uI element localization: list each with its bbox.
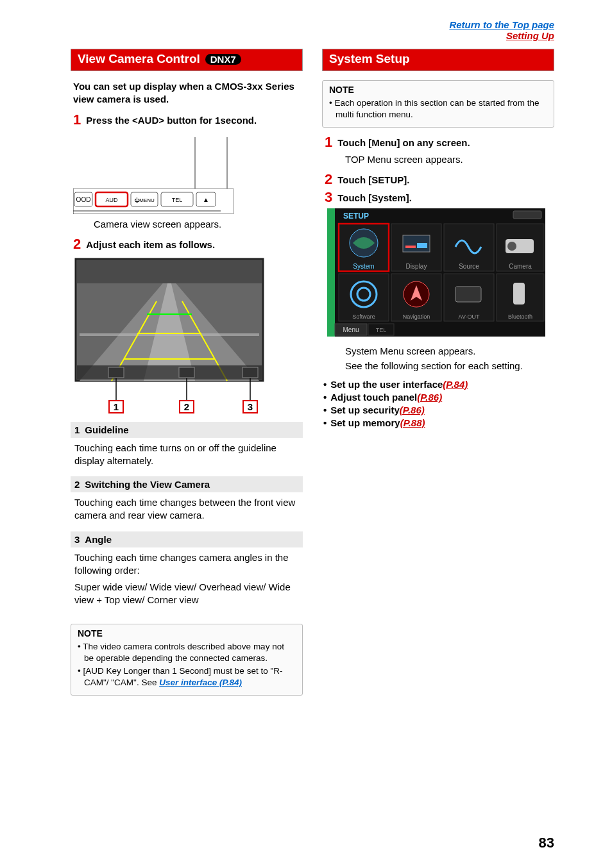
setup-title-label: SETUP [343,212,369,221]
right-column: System Setup NOTE Each operation in this… [322,49,554,703]
item-3-head: 3Angle [71,531,303,547]
link-p86b[interactable]: (P.86) [400,405,425,415]
section-title-text-right: System Setup [329,52,410,66]
svg-text:Bluetooth: Bluetooth [508,313,532,320]
menu-button-label: ⏻MENU [134,197,155,203]
bullet-1: •Set up the user interface (P.84) [322,379,554,390]
note-box-left: NOTE The video camera controls described… [71,624,303,696]
svg-text:System: System [353,263,374,270]
svg-rect-20 [77,365,262,380]
display-tile[interactable]: Display [391,224,441,271]
software-tile[interactable]: Software [339,274,389,321]
svg-rect-61 [513,283,525,305]
camera-view-illustration: 1 2 3 [73,256,303,415]
svg-text:Navigation: Navigation [403,313,430,320]
svg-text:Software: Software [352,313,375,320]
front-panel-illustration: OOD AUD ⏻MENU TEL ▲ [73,137,303,214]
tel-tab-label[interactable]: TEL [376,327,387,333]
svg-text:AV-OUT: AV-OUT [459,313,480,320]
system-tile[interactable]: System [339,224,389,271]
dnx7-badge: DNX7 [205,54,241,65]
menu-tab-label[interactable]: Menu [343,326,359,333]
section-title-system-setup: System Setup [322,49,554,71]
svg-text:3: 3 [248,401,253,412]
svg-text:1: 1 [114,401,119,412]
item-3-body-2: Super wide view/ Wide view/ Overhead vie… [71,580,303,610]
step-1: 1 Press the <AUD> button for 1second. [71,113,303,127]
step-r3: 3 Touch [System]. [322,190,554,204]
svg-text:2: 2 [184,401,189,412]
bullet-2: •Adjust touch panel (P.86) [322,392,554,403]
bluetooth-tile[interactable]: Bluetooth [497,274,544,321]
step-r2-text: Touch [SETUP]. [337,172,409,187]
svg-rect-41 [417,243,427,248]
step-r1-result: TOP Menu screen appears. [345,153,554,166]
step-2-text: Adjust each item as follows. [86,237,215,251]
eject-button-label: ▲ [203,196,209,203]
note-left-1: The video camera controls described abov… [78,641,296,664]
svg-rect-21 [108,367,124,378]
step-1-number: 1 [73,113,81,127]
link-p84[interactable]: (P.84) [443,379,468,390]
svg-text:Source: Source [459,263,479,270]
svg-rect-22 [179,367,194,378]
user-interface-link[interactable]: User interface (P.84) [159,678,242,687]
step-r1-number: 1 [325,135,332,149]
source-tile[interactable]: Source [444,224,494,271]
camera-tile[interactable]: Camera [497,224,544,271]
svg-rect-58 [455,287,481,302]
item-1-body: Touching each time turns on or off the g… [71,440,303,471]
setup-screen-illustration: SETUP System Display [327,208,554,338]
note-title-left: NOTE [78,628,296,638]
item-3-body-1: Touching each time changes camera angles… [71,550,303,580]
navigation-tile[interactable]: Navigation [391,274,441,321]
svg-rect-34 [513,211,541,219]
return-top-link[interactable]: Return to the Top page [449,19,554,30]
step-r3-text: Touch [System]. [337,190,412,204]
step-r2: 2 Touch [SETUP]. [322,172,554,187]
section-link[interactable]: Setting Up [506,30,554,41]
svg-point-47 [507,242,516,251]
note-right-1: Each operation in this section can be st… [329,97,547,121]
link-p88[interactable]: (P.88) [400,417,425,428]
note-title-right: NOTE [329,85,547,95]
page-number: 83 [539,835,554,851]
header-links: Return to the Top page Setting Up [71,19,554,41]
left-column: View Camera Control DNX7 You can set up … [71,49,303,703]
item-2-body: Touching each time changes between the f… [71,495,303,525]
note-box-right: NOTE Each operation in this section can … [322,80,554,128]
step-2: 2 Adjust each item as follows. [71,237,303,251]
step-r2-number: 2 [325,172,332,187]
step-r3-result2: See the following section for each setti… [345,360,554,372]
step-2-number: 2 [73,237,81,251]
step-r3-result1: System Menu screen appears. [345,345,554,358]
svg-rect-40 [405,246,416,248]
step-1-result: Camera view screen appears. [94,218,303,231]
step-r1: 1 Touch [Menu] on any screen. [322,135,554,149]
section-title-text: View Camera Control [78,52,200,66]
step-r1-text: Touch [Menu] on any screen. [337,135,470,149]
note-left-2: [AUD Key Longer than 1 Second] must be s… [78,665,296,689]
svg-rect-23 [242,367,258,378]
step-1-text: Press the <AUD> button for 1second. [86,113,257,127]
bullet-4: •Set up memory (P.88) [322,417,554,428]
step-r3-number: 3 [325,190,332,204]
svg-text:Display: Display [406,263,427,270]
link-p86a[interactable]: (P.86) [417,392,442,403]
intro-text: You can set up display when a CMOS-3xx S… [71,80,303,105]
bullet-3: •Set up security (P.86) [322,405,554,415]
section-title-view-camera: View Camera Control DNX7 [71,49,303,71]
svg-text:Camera: Camera [509,263,532,270]
item-2-head: 2Switching the View Camera [71,476,303,492]
ood-label: OOD [76,196,91,203]
avout-tile[interactable]: AV-OUT [444,274,494,321]
item-1-head: 1Guideline [71,422,303,438]
aud-button-label: AUD [105,197,118,203]
svg-rect-1 [73,137,234,188]
tel-button-label: TEL [172,197,183,203]
svg-rect-13 [77,260,262,283]
